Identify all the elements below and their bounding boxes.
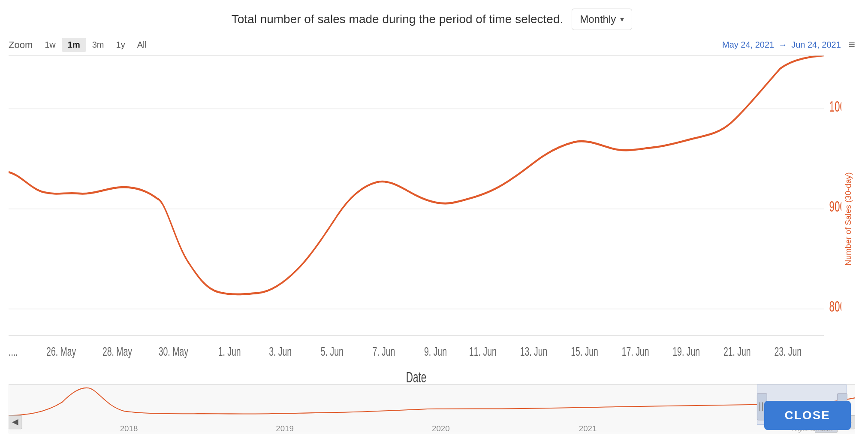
svg-text:3. Jun: 3. Jun [269,344,292,358]
main-chart-svg: 100000 90000 80000 24.... 26. May 28. Ma… [9,55,841,382]
zoom-row: Zoom 1w 1m 3m 1y All May 24, 2021 → Jun … [9,38,855,52]
svg-text:28. May: 28. May [102,344,132,358]
svg-text:2018: 2018 [120,424,138,433]
zoom-all[interactable]: All [131,38,153,52]
svg-text:21. Jun: 21. Jun [723,344,751,358]
svg-text:7. Jun: 7. Jun [372,344,395,358]
close-button[interactable]: CLOSE [764,401,851,430]
zoom-label: Zoom [9,39,33,51]
svg-text:17. Jun: 17. Jun [622,344,649,358]
header-row: Total number of sales made during the pe… [9,9,855,30]
svg-text:9. Jun: 9. Jun [424,344,447,358]
chart-container: Total number of sales made during the pe… [0,0,868,442]
hamburger-menu-icon[interactable]: ≡ [849,38,855,51]
svg-text:80000: 80000 [829,298,841,315]
dropdown-label: Monthly [580,13,616,25]
main-chart-area: 100000 90000 80000 24.... 26. May 28. Ma… [9,55,841,382]
svg-text:19. Jun: 19. Jun [672,344,700,358]
y-axis-label: Number of Sales (30-day) [841,55,855,382]
svg-text:100000: 100000 [829,98,841,115]
svg-text:2019: 2019 [276,424,294,433]
main-chart-wrapper: 100000 90000 80000 24.... 26. May 28. Ma… [9,55,855,382]
svg-text:2020: 2020 [432,424,450,433]
svg-text:15. Jun: 15. Jun [571,344,598,358]
svg-text:13. Jun: 13. Jun [520,344,548,358]
sales-line [9,55,824,294]
navigator-svg: 2018 2019 2020 2021 ◀ ▶ [9,384,855,433]
svg-text:23. Jun: 23. Jun [774,344,802,358]
period-dropdown[interactable]: Monthly ▾ [572,9,632,30]
svg-text:2021: 2021 [579,424,597,433]
date-end: Jun 24, 2021 [791,40,841,50]
svg-text:24....: 24.... [9,344,18,358]
zoom-3m[interactable]: 3m [86,38,110,52]
chart-title: Total number of sales made during the pe… [232,12,564,26]
zoom-1y[interactable]: 1y [110,38,131,52]
svg-text:30. May: 30. May [159,344,188,358]
zoom-1w[interactable]: 1w [39,38,62,52]
chevron-down-icon: ▾ [620,15,624,24]
date-range: May 24, 2021 → Jun 24, 2021 [722,40,841,50]
svg-text:1. Jun: 1. Jun [218,344,241,358]
svg-text:26. May: 26. May [46,344,76,358]
navigator-section: 2018 2019 2020 2021 ◀ ▶ [9,384,855,433]
svg-text:Date: Date [406,369,426,382]
date-arrow: → [778,40,787,50]
zoom-1m[interactable]: 1m [62,38,86,52]
date-start: May 24, 2021 [722,40,774,50]
svg-text:11. Jun: 11. Jun [469,344,497,358]
svg-text:90000: 90000 [829,198,841,215]
svg-text:5. Jun: 5. Jun [321,344,344,358]
svg-text:◀: ◀ [12,417,18,426]
